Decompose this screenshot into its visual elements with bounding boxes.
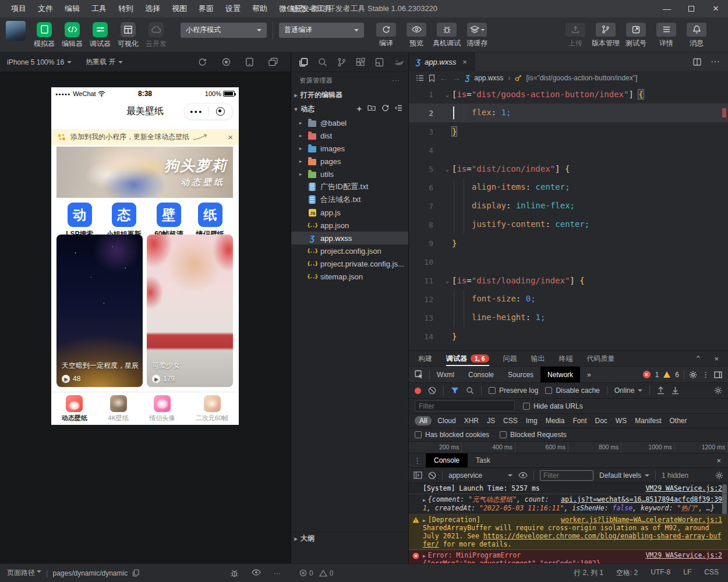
record-network-icon[interactable]	[415, 388, 421, 394]
mode-dropdown[interactable]: 小程序模式	[181, 23, 267, 38]
code-editor[interactable]: 1⌄[is="dist/goods-action-button/index"] …	[409, 85, 728, 350]
project-section[interactable]: ▾动态 +	[291, 102, 408, 115]
type-filter-img[interactable]: Img	[526, 417, 538, 425]
refresh-explorer-icon[interactable]	[381, 104, 389, 113]
menu-文件[interactable]: 文件	[33, 1, 58, 16]
type-filter-cloud[interactable]: Cloud	[437, 417, 455, 425]
disable-cache-checkbox[interactable]: Disable cache	[545, 386, 599, 395]
console-sidebar-icon[interactable]	[414, 471, 422, 479]
explorer-more-icon[interactable]: ···	[392, 77, 400, 84]
panel-tab-输出[interactable]: 输出	[531, 351, 545, 366]
code-line-1[interactable]: 1⌄[is="dist/goods-action-button/index"] …	[409, 85, 728, 104]
panel-collapse-icon[interactable]: ⌃	[695, 354, 702, 363]
status-2[interactable]: 空格: 2	[616, 568, 638, 578]
clear-console-icon[interactable]	[428, 471, 436, 480]
code-line-12[interactable]: 12font-size: 0;	[409, 290, 728, 308]
throttling-dropdown[interactable]: Online	[614, 386, 643, 395]
code-line-4[interactable]: 4	[409, 141, 728, 159]
type-filter-other[interactable]: Other	[670, 417, 687, 425]
menu-微信开发者工具[interactable]: 微信开发者工具	[274, 1, 337, 16]
bookmark-icon[interactable]	[429, 74, 435, 82]
preview-eye-icon[interactable]	[252, 569, 261, 577]
code-line-7[interactable]: 7display: inline-flex;	[409, 197, 728, 215]
preserve-log-checkbox[interactable]: Preserve log	[489, 386, 538, 395]
action-eye-button[interactable]: 预览	[401, 23, 432, 48]
device-dropdown[interactable]: iPhone 5 100% 16	[0, 58, 79, 66]
checkbox-blocked-requests[interactable]: Blocked Requests	[500, 431, 567, 439]
open-editors-section[interactable]: ▸打开的编辑器	[291, 88, 408, 101]
wallpaper-card[interactable]: 天空暗到一定程度，星辰...▶48	[56, 235, 143, 387]
panel-tab-终端[interactable]: 终端	[559, 351, 573, 366]
device-frame-icon[interactable]	[246, 58, 253, 66]
breadcrumb-file[interactable]: app.wxss	[474, 74, 503, 82]
phone-tab-4K壁纸[interactable]: 4K壁纸	[108, 395, 128, 423]
new-folder-icon[interactable]	[367, 104, 376, 113]
file-tree-item-sitemap.json[interactable]: {..}sitemap.json	[291, 270, 408, 283]
outline-section[interactable]: ▸ 大纲	[291, 532, 408, 545]
status-CSS[interactable]: CSS	[704, 568, 719, 578]
inspect-element-icon[interactable]	[409, 370, 429, 379]
phone-tab-动态壁纸[interactable]: 动态壁纸	[62, 395, 87, 423]
action-refresh-button[interactable]: 编译	[371, 23, 401, 48]
menu-转到[interactable]: 转到	[113, 1, 139, 16]
user-avatar[interactable]	[6, 21, 26, 41]
banner-close-icon[interactable]: ×	[228, 132, 233, 142]
dock-side-icon[interactable]	[714, 371, 722, 378]
code-line-8[interactable]: 8justify-content: center;	[409, 215, 728, 234]
maximize-button[interactable]	[679, 0, 704, 17]
exit-target-button[interactable]	[209, 107, 233, 116]
phone-tab-情侣头像[interactable]: 情侣头像	[149, 395, 175, 423]
record-icon[interactable]	[222, 58, 231, 66]
problems-summary[interactable]: 0 0	[291, 569, 409, 577]
new-file-icon[interactable]: +	[357, 104, 362, 113]
console-log-area[interactable]: VM29 WAService.js:2[System] Launch Time:…	[409, 483, 728, 566]
devtools-settings-icon[interactable]	[689, 371, 697, 379]
file-tree-item-app.wxss[interactable]: Ʒapp.wxss	[291, 232, 408, 244]
drawer-menu-icon[interactable]: ⋮	[409, 456, 426, 465]
menu-视图[interactable]: 视图	[167, 1, 192, 16]
hero-banner[interactable]: 狗头萝莉 动态壁纸	[56, 147, 233, 198]
source-link[interactable]: VM29 WAService.js:2	[645, 551, 722, 559]
menu-选择[interactable]: 选择	[140, 1, 165, 16]
log-levels-dropdown[interactable]: Default levels	[599, 471, 649, 480]
collapse-all-icon[interactable]	[395, 104, 402, 113]
panel-tab-问题[interactable]: 问题	[503, 351, 517, 366]
more-menu-button[interactable]: ●●●	[185, 109, 208, 115]
toggle-cloud-button[interactable]: 云开发	[142, 22, 170, 49]
menu-设置[interactable]: 设置	[220, 1, 246, 16]
devtools-tab-network[interactable]: Network	[540, 367, 580, 382]
code-line-10[interactable]: 10	[409, 253, 728, 271]
type-filter-all[interactable]: All	[415, 416, 432, 425]
category-情侣壁纸[interactable]: 纸情侣壁纸	[196, 203, 224, 239]
action-bug-button[interactable]: 真机调试	[432, 23, 462, 48]
menu-编辑[interactable]: 编辑	[59, 1, 85, 16]
file-tree-item-广告ID配置.txt[interactable]: 广告ID配置.txt	[291, 180, 408, 193]
source-link[interactable]: worker.js?libName=WA…celerateWorker.js:1	[561, 516, 722, 524]
panel-tab-调试器[interactable]: 调试器1, 6	[446, 351, 489, 366]
file-tree-item-project.private.config.js...[interactable]: {..}project.private.config.js...	[291, 257, 408, 270]
code-line-9[interactable]: 9}	[409, 234, 728, 253]
copy-path-icon[interactable]	[132, 569, 139, 577]
code-line-11[interactable]: 11⌄[is="dist/loading/index"] {	[409, 271, 728, 290]
code-line-13[interactable]: 13line-height: 1;	[409, 308, 728, 327]
tab-app-wxss[interactable]: Ʒ app.wxss ×	[409, 52, 475, 71]
type-filter-doc[interactable]: Doc	[595, 417, 607, 425]
restart-icon[interactable]	[198, 58, 207, 66]
file-tree-item-dist[interactable]: ▸dist	[291, 129, 408, 142]
hot-reload-dropdown[interactable]: 热重载 开	[79, 57, 130, 67]
category-LSP搜索[interactable]: 动LSP搜索	[66, 203, 93, 239]
clear-network-icon[interactable]	[428, 386, 436, 395]
phone-tab-二次元60帧[interactable]: 二次元60帧	[196, 395, 228, 423]
export-har-icon[interactable]	[672, 386, 679, 395]
minimize-button[interactable]: —	[655, 0, 679, 17]
plugin-whale-icon[interactable]	[394, 58, 404, 66]
toggle-sliders-button[interactable]: 调试器	[86, 22, 114, 49]
code-line-3[interactable]: 3}	[409, 122, 728, 141]
filter-funnel-icon[interactable]	[451, 387, 459, 394]
console-warning-log[interactable]: worker.js?libName=WA…celerateWorker.js:1…	[409, 514, 728, 550]
devtools-tab-console[interactable]: Console	[461, 367, 501, 382]
code-line-14[interactable]: 14}	[409, 327, 728, 346]
devtools-menu-icon[interactable]: ⋮	[702, 370, 709, 379]
file-tree-item-app.json[interactable]: {..}app.json	[291, 219, 408, 232]
source-link[interactable]: api.js?t=wechat&s=16…8517894acfcd8f39:39	[561, 495, 722, 503]
